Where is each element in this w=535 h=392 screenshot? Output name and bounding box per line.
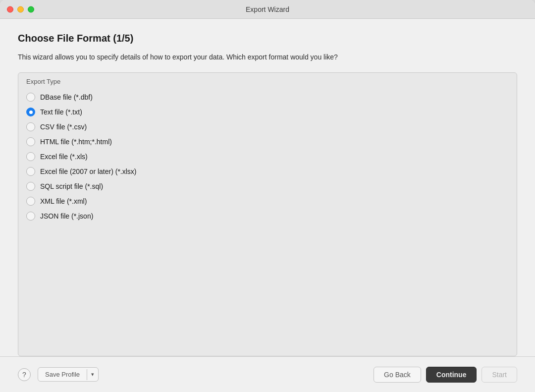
help-button[interactable]: ? <box>18 368 31 381</box>
maximize-button[interactable] <box>28 6 34 12</box>
radio-label-xml: XML file (*.xml) <box>40 197 87 205</box>
radio-circle-sql <box>26 182 35 191</box>
save-profile-button[interactable]: Save Profile <box>38 368 87 381</box>
description: This wizard allows you to specify detail… <box>18 52 517 62</box>
radio-label-txt: Text file (*.txt) <box>40 108 82 116</box>
page-heading: Choose File Format (1/5) <box>18 33 517 44</box>
radio-label-dbf: DBase file (*.dbf) <box>40 93 93 101</box>
radio-item-csv[interactable]: CSV file (*.csv) <box>26 120 509 134</box>
title-bar: Export Wizard <box>0 0 535 19</box>
radio-item-txt[interactable]: Text file (*.txt) <box>26 105 509 119</box>
radio-label-xlsx: Excel file (2007 or later) (*.xlsx) <box>40 168 137 175</box>
save-profile-group: Save Profile ▾ <box>38 367 99 382</box>
export-type-box: Export Type DBase file (*.dbf)Text file … <box>18 72 517 356</box>
radio-item-sql[interactable]: SQL script file (*.sql) <box>26 179 509 193</box>
content-area: Choose File Format (1/5) This wizard all… <box>0 19 535 356</box>
window-title: Export Wizard <box>246 5 289 13</box>
export-type-label: Export Type <box>26 78 517 85</box>
radio-label-csv: CSV file (*.csv) <box>40 123 87 131</box>
footer: ? Save Profile ▾ Go Back Continue Start <box>0 356 535 392</box>
radio-circle-txt <box>26 108 35 116</box>
minimize-button[interactable] <box>17 6 24 12</box>
radio-circle-json <box>26 212 35 221</box>
start-button[interactable]: Start <box>482 367 517 383</box>
traffic-lights <box>7 6 34 12</box>
radio-circle-xls <box>26 152 35 161</box>
save-profile-dropdown-button[interactable]: ▾ <box>87 368 98 381</box>
radio-label-json: JSON file (*.json) <box>40 212 93 220</box>
radio-label-xls: Excel file (*.xls) <box>40 153 88 161</box>
radio-item-xlsx[interactable]: Excel file (2007 or later) (*.xlsx) <box>26 165 509 178</box>
radio-item-dbf[interactable]: DBase file (*.dbf) <box>26 90 509 104</box>
radio-label-html: HTML file (*.htm;*.html) <box>40 138 112 146</box>
radio-item-xls[interactable]: Excel file (*.xls) <box>26 150 509 164</box>
radio-item-html[interactable]: HTML file (*.htm;*.html) <box>26 135 509 149</box>
go-back-button[interactable]: Go Back <box>374 367 421 383</box>
continue-button[interactable]: Continue <box>426 367 477 383</box>
close-button[interactable] <box>7 6 13 12</box>
radio-circle-dbf <box>26 93 35 102</box>
radio-group: DBase file (*.dbf)Text file (*.txt)CSV f… <box>18 90 517 223</box>
radio-circle-xlsx <box>26 167 35 176</box>
export-wizard-window: Export Wizard Choose File Format (1/5) T… <box>0 0 535 392</box>
radio-circle-html <box>26 137 35 146</box>
radio-circle-xml <box>26 197 35 206</box>
radio-item-json[interactable]: JSON file (*.json) <box>26 209 509 223</box>
radio-circle-csv <box>26 122 35 131</box>
radio-item-xml[interactable]: XML file (*.xml) <box>26 194 509 208</box>
radio-label-sql: SQL script file (*.sql) <box>40 182 103 190</box>
